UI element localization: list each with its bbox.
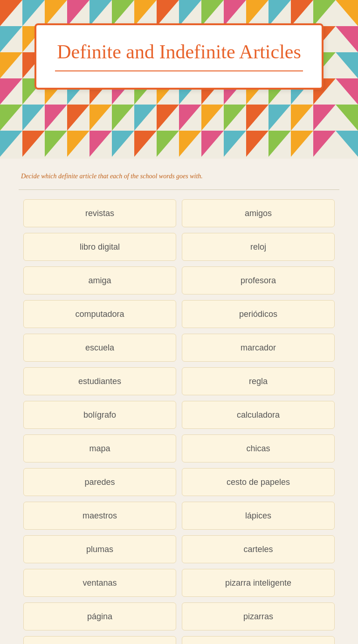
main-content: Decide which definite article that each … — [0, 159, 358, 644]
content-divider — [19, 189, 339, 190]
word-card[interactable]: lápices — [182, 502, 335, 530]
title-underline — [55, 70, 303, 71]
word-card[interactable]: reloj — [182, 233, 335, 261]
word-card[interactable]: profesora — [182, 266, 335, 294]
words-grid: revistasamigoslibro digitalrelojamigapro… — [19, 199, 339, 644]
word-card[interactable]: tijeras — [23, 636, 176, 644]
word-card[interactable]: plumas — [23, 535, 176, 563]
word-card[interactable]: computadora — [23, 300, 176, 328]
word-card[interactable]: pizarra inteligente — [182, 569, 335, 597]
word-card[interactable]: amigos — [182, 199, 335, 227]
word-card[interactable]: maestros — [23, 502, 176, 530]
word-card[interactable]: paredes — [23, 468, 176, 496]
word-card[interactable]: calculadora — [182, 401, 335, 429]
header-background: Definite and Indefinite Articles — [0, 0, 358, 159]
word-card[interactable]: calendarios — [182, 636, 335, 644]
instruction-text: Decide which definite article that each … — [19, 173, 339, 180]
word-card[interactable]: amiga — [23, 266, 176, 294]
word-card[interactable]: carteles — [182, 535, 335, 563]
word-card[interactable]: ventanas — [23, 569, 176, 597]
word-card[interactable]: cesto de papeles — [182, 468, 335, 496]
word-card[interactable]: periódicos — [182, 300, 335, 328]
page-wrapper: Definite and Indefinite Articles Decide … — [0, 0, 358, 644]
word-card[interactable]: bolígrafo — [23, 401, 176, 429]
word-card[interactable]: página — [23, 602, 176, 630]
page-title: Definite and Indefinite Articles — [55, 39, 303, 65]
word-card[interactable]: chicas — [182, 434, 335, 462]
word-card[interactable]: estudiantes — [23, 367, 176, 395]
word-card[interactable]: marcador — [182, 334, 335, 362]
word-card[interactable]: pizarras — [182, 602, 335, 630]
word-card[interactable]: revistas — [23, 199, 176, 227]
word-card[interactable]: escuela — [23, 334, 176, 362]
title-container: Definite and Indefinite Articles — [34, 23, 324, 90]
word-card[interactable]: regla — [182, 367, 335, 395]
word-card[interactable]: mapa — [23, 434, 176, 462]
word-card[interactable]: libro digital — [23, 233, 176, 261]
